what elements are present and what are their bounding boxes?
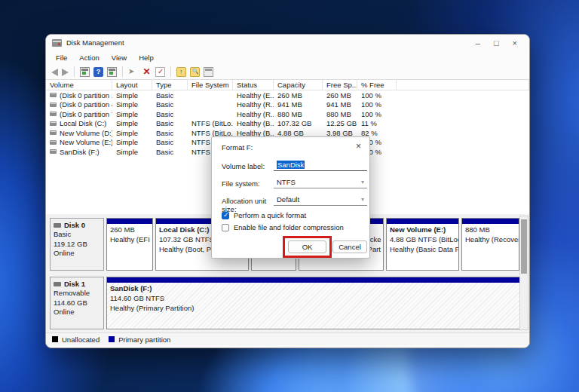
close-button[interactable]: ×: [513, 38, 517, 47]
chevron-down-icon: ▾: [361, 196, 364, 203]
volume-icon: [50, 93, 57, 97]
volume-icon: [50, 130, 57, 135]
col-free-space[interactable]: Free Sp...: [323, 80, 357, 90]
window-title: Disk Management: [66, 38, 124, 47]
format-dialog: Format F: × Volume label: SanDisk File s…: [211, 136, 370, 259]
quick-format-checkbox[interactable]: [222, 212, 229, 219]
toolbar: ? ✕: [46, 64, 529, 80]
file-system-label: File system:: [222, 179, 274, 188]
maximize-button[interactable]: □: [494, 38, 499, 47]
check-document-icon[interactable]: [155, 67, 165, 77]
volume-label-label: Volume label:: [222, 162, 274, 170]
disk-icon: [54, 282, 61, 286]
disk1-label[interactable]: Disk 1 Removable 114.60 GB Online: [50, 277, 104, 329]
col-volume[interactable]: Volume: [46, 80, 112, 90]
folder-up-icon[interactable]: [176, 67, 186, 77]
quick-format-label: Perform a quick format: [234, 211, 306, 219]
vertical-scrollbar[interactable]: [519, 216, 528, 330]
partition-color-bar: [107, 219, 152, 224]
volume-label-input[interactable]: SanDisk: [274, 158, 367, 171]
toolbar-separator: [122, 66, 123, 77]
console-window-icon[interactable]: [107, 67, 117, 77]
compression-checkbox[interactable]: [222, 224, 229, 231]
partition-sandisk-f[interactable]: SanDisk (F:)114.60 GB NTFSHealthy (Prima…: [106, 277, 521, 329]
col-pct-free[interactable]: % Free: [357, 80, 397, 90]
volume-icon: [50, 103, 57, 107]
partition-color-bar: [462, 219, 519, 224]
allocation-unit-value: Default: [277, 195, 299, 204]
scrollbar-thumb[interactable]: [521, 219, 527, 274]
file-system-dropdown[interactable]: NTFS ▾: [274, 176, 367, 188]
minimize-button[interactable]: –: [476, 38, 480, 47]
volume-icon: [50, 112, 57, 116]
menu-bar: File Action View Help: [46, 51, 529, 64]
disk-icon: [54, 223, 61, 228]
pointer-icon[interactable]: [128, 67, 138, 77]
table-row[interactable]: Local Disk (C:) SimpleBasicNTFS (BitLo..…: [46, 119, 529, 129]
partition-efi[interactable]: 260 MBHealthy (EFI S: [106, 218, 153, 271]
col-capacity[interactable]: Capacity: [274, 80, 323, 90]
table-row[interactable]: (Disk 0 partition 4) SimpleBasic Healthy…: [46, 100, 529, 110]
help-icon[interactable]: ?: [93, 67, 103, 77]
partition-recovery-880[interactable]: 880 MBHealthy (Recovery: [461, 218, 519, 271]
dialog-title: Format F:: [222, 143, 253, 152]
col-file-system[interactable]: File System: [188, 80, 233, 90]
primary-partition-swatch: [109, 336, 115, 342]
volume-label-value: SanDisk: [277, 161, 305, 169]
partition-color-bar: [387, 219, 458, 224]
forward-arrow-icon[interactable]: [62, 69, 69, 76]
col-layout[interactable]: Layout: [112, 80, 152, 90]
allocation-unit-dropdown[interactable]: Default ▾: [274, 193, 367, 206]
folder-search-icon[interactable]: [190, 67, 200, 77]
toolbar-separator: [74, 66, 75, 77]
col-status[interactable]: Status: [233, 80, 274, 90]
legend-primary-partition: Primary partition: [118, 335, 170, 344]
table-row[interactable]: (Disk 0 partition 7) SimpleBasic Healthy…: [46, 109, 529, 119]
menu-file[interactable]: File: [51, 53, 72, 63]
back-arrow-icon[interactable]: [51, 69, 58, 76]
volume-icon: [50, 149, 57, 154]
compression-label: Enable file and folder compression: [234, 223, 344, 231]
cancel-button[interactable]: Cancel: [332, 240, 367, 253]
dialog-close-icon[interactable]: ×: [356, 141, 361, 152]
title-bar: Disk Management – □ ×: [46, 35, 529, 51]
file-system-value: NTFS: [277, 178, 296, 186]
disk1-band: Disk 1 Removable 114.60 GB Online SanDis…: [50, 277, 523, 329]
menu-action[interactable]: Action: [74, 53, 104, 63]
chevron-down-icon: ▾: [361, 179, 364, 185]
menu-help[interactable]: Help: [133, 53, 159, 63]
table-row[interactable]: (Disk 0 partition 1) SimpleBasic Healthy…: [46, 90, 529, 100]
delete-icon[interactable]: ✕: [142, 67, 152, 77]
table-header-row: Volume Layout Type File System Status Ca…: [46, 80, 529, 90]
console-window-icon[interactable]: [80, 67, 90, 77]
legend-unallocated: Unallocated: [62, 335, 100, 344]
unallocated-swatch: [52, 336, 58, 342]
partition-e[interactable]: New Volume (E:)4.88 GB NTFS (BitLockeHea…: [386, 218, 459, 271]
toolbar-separator: [170, 66, 171, 77]
ok-button[interactable]: OK: [288, 240, 326, 253]
disk0-label[interactable]: Disk 0 Basic 119.12 GB Online: [50, 218, 104, 271]
partition-color-bar: [107, 277, 520, 283]
menu-view[interactable]: View: [106, 53, 132, 63]
col-type[interactable]: Type: [152, 80, 188, 90]
disk-management-icon: [52, 39, 62, 47]
volume-icon: [50, 121, 57, 126]
status-bar: Unallocated Primary partition: [46, 332, 529, 345]
volume-icon: [50, 140, 57, 145]
properties-icon[interactable]: [204, 67, 213, 77]
